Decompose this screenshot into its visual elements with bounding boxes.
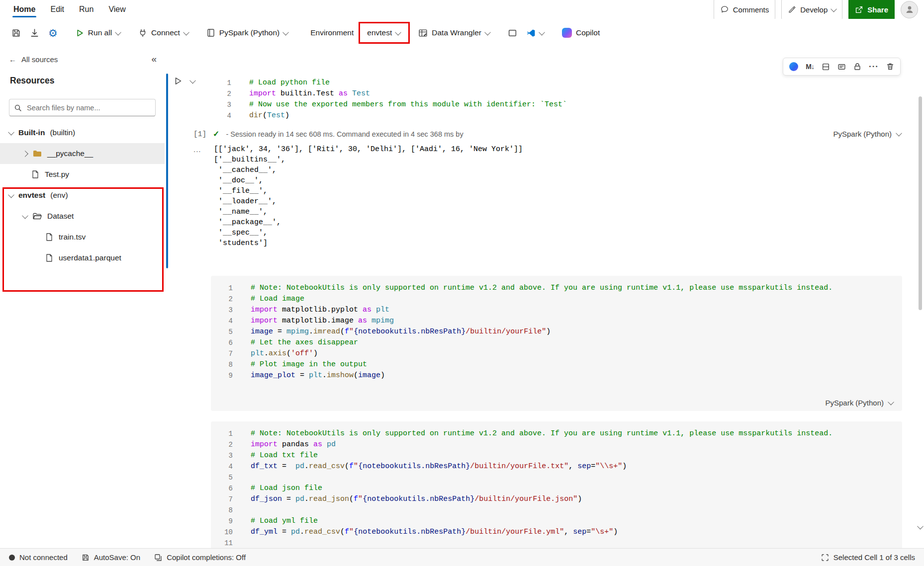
- download-icon: [30, 28, 39, 38]
- markdown-convert-icon[interactable]: M↓: [806, 63, 814, 71]
- export-button[interactable]: [25, 24, 44, 42]
- cell-1-output: [['jack', 34, '36'], ['Riti', 30, 'Delhi…: [214, 144, 523, 248]
- line-number: 3: [211, 305, 233, 316]
- chevron-down-icon: [395, 29, 401, 35]
- envtest-suffix: (env): [50, 191, 68, 200]
- copilot-label: Copilot: [576, 28, 600, 37]
- code-line: 10df_yml = pd.read_csv(f"{notebookutils.…: [211, 527, 902, 538]
- chevron-down-icon: [8, 191, 14, 198]
- chevron-down-icon[interactable]: [189, 77, 196, 83]
- cell-1-kernel-picker[interactable]: PySpark (Python): [833, 130, 901, 138]
- menu-view[interactable]: View: [101, 1, 133, 18]
- plug-icon: [138, 28, 147, 37]
- share-button[interactable]: Share: [848, 0, 895, 20]
- file-icon: [45, 253, 54, 262]
- chevron-down-icon: [282, 29, 289, 35]
- tree-item-userdata[interactable]: userdata1.parquet: [0, 247, 165, 268]
- connect-button[interactable]: Connect: [134, 24, 193, 41]
- file-icon: [31, 170, 40, 179]
- tree-item-pycache[interactable]: __pycache__: [0, 143, 165, 164]
- save-button[interactable]: [7, 24, 25, 42]
- code-line: 2# Load image: [211, 294, 902, 305]
- cell-1-code[interactable]: 1# Load python file2import builtin.Test …: [209, 78, 894, 121]
- collapse-sidebar-button[interactable]: «: [151, 54, 157, 65]
- lock-cell-icon[interactable]: [853, 63, 861, 71]
- copilot-cell-icon[interactable]: [789, 62, 798, 71]
- chevron-down-icon: [831, 5, 837, 12]
- autosave-status[interactable]: AutoSave: On: [82, 553, 140, 562]
- cell-2[interactable]: 1# Note: NotebookUtils is only supported…: [211, 276, 902, 411]
- builtin-suffix: (builtin): [50, 128, 75, 137]
- scrollbar-thumb[interactable]: [919, 96, 922, 310]
- tree-item-envtest[interactable]: envtest (env): [0, 185, 165, 206]
- cell-toolbar: M↓ ···: [783, 58, 901, 76]
- code-line: 8# Plot image in the output: [211, 359, 902, 370]
- folder-icon: [32, 149, 42, 159]
- card-icon[interactable]: [837, 63, 846, 71]
- vertical-scrollbar[interactable]: [917, 93, 924, 531]
- train-label: train.tsv: [59, 233, 86, 242]
- search-box[interactable]: [9, 99, 156, 116]
- comments-button[interactable]: Comments: [714, 0, 776, 20]
- copilot-button[interactable]: Copilot: [557, 24, 604, 42]
- code-line: 6# Let the axes disappear: [211, 337, 902, 348]
- code-line: 7plt.axis('off'): [211, 348, 902, 359]
- resources-title: Resources: [10, 76, 55, 86]
- tree-item-builtin[interactable]: Built-in (builtin): [0, 122, 165, 143]
- all-sources-label: All sources: [21, 55, 58, 64]
- chevron-down-icon: [183, 29, 189, 35]
- layout-button[interactable]: [503, 24, 522, 42]
- account-avatar[interactable]: [901, 1, 918, 18]
- code-line: 1# Note: NotebookUtils is only supported…: [211, 283, 902, 294]
- kernel-selector[interactable]: PySpark (Python): [202, 24, 292, 41]
- copilot-completions-status[interactable]: Copilot completions: Off: [154, 553, 246, 562]
- line-number: 2: [211, 439, 233, 450]
- develop-button[interactable]: Develop: [781, 0, 842, 20]
- data-wrangler-button[interactable]: Data Wrangler: [414, 24, 494, 42]
- cell-2-kernel-picker[interactable]: PySpark (Python): [825, 399, 893, 407]
- dataset-label: Dataset: [47, 212, 74, 221]
- tree-item-testpy[interactable]: Test.py: [0, 164, 165, 185]
- status-bar: Not connected AutoSave: On Copilot compl…: [0, 548, 924, 566]
- selection-status: Selected Cell 1 of 3 cells: [821, 553, 915, 562]
- chevron-down-icon: [484, 29, 491, 35]
- scroll-down-icon[interactable]: [917, 523, 924, 530]
- delete-cell-icon[interactable]: [886, 63, 894, 71]
- cell-3[interactable]: 1# Note: NotebookUtils is only supported…: [211, 421, 902, 549]
- line-number: 1: [211, 283, 233, 294]
- all-sources-back-button[interactable]: ← All sources: [9, 55, 58, 64]
- output-collapse-dots[interactable]: ...: [193, 145, 201, 154]
- environment-label: Environment: [310, 28, 354, 37]
- menu-home[interactable]: Home: [6, 1, 43, 18]
- data-wrangler-label: Data Wrangler: [432, 28, 481, 37]
- connection-status[interactable]: Not connected: [9, 553, 68, 562]
- code-line: 3import matplotlib.pyplot as plt: [211, 305, 902, 316]
- environment-selector[interactable]: envtest: [363, 24, 405, 41]
- open-in-vscode-button[interactable]: [522, 24, 549, 42]
- connection-dot-icon: [9, 555, 15, 561]
- menu-run[interactable]: Run: [72, 1, 101, 18]
- code-line: 3# Load txt file: [211, 450, 902, 461]
- menu-items: Home Edit Run View: [6, 1, 133, 18]
- settings-button[interactable]: ⚙: [44, 24, 62, 42]
- cell-3-code[interactable]: 1# Note: NotebookUtils is only supported…: [211, 428, 902, 549]
- pycache-label: __pycache__: [47, 149, 93, 158]
- search-icon: [14, 104, 22, 112]
- tree-item-dataset[interactable]: Dataset: [0, 206, 165, 227]
- split-cell-icon[interactable]: [822, 63, 830, 71]
- play-icon: [76, 29, 84, 37]
- line-number: 4: [211, 461, 233, 472]
- search-input[interactable]: [26, 103, 151, 112]
- cell-2-code[interactable]: 1# Note: NotebookUtils is only supported…: [211, 283, 902, 381]
- line-number: 5: [211, 326, 233, 337]
- chevron-down-icon: [8, 129, 14, 135]
- run-cell-icon[interactable]: [174, 77, 183, 85]
- tree-item-train[interactable]: train.tsv: [0, 227, 165, 247]
- run-all-button[interactable]: Run all: [71, 24, 125, 41]
- envtest-label: envtest: [18, 191, 45, 200]
- userdata-label: userdata1.parquet: [59, 253, 121, 262]
- more-commands-icon[interactable]: ···: [869, 62, 879, 72]
- copilot-completions-label: Copilot completions: Off: [167, 553, 246, 562]
- menu-edit[interactable]: Edit: [43, 1, 72, 18]
- cell-kernel-label: PySpark (Python): [833, 130, 892, 138]
